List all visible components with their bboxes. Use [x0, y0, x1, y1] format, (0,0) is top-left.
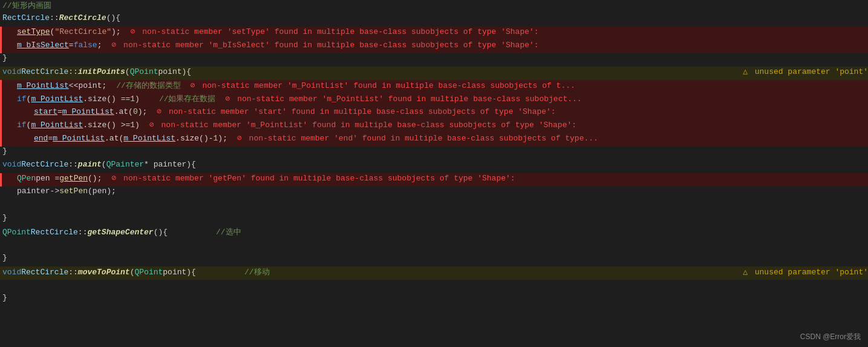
code-line-4: m_bIsSelect = false; ⊘ non-static member…: [0, 40, 868, 53]
function-name-movetopoint: moveToPoint: [78, 268, 130, 277]
error-icon: ⊘: [191, 81, 195, 90]
error-text: non-static member 'end' found in multipl…: [249, 134, 598, 143]
code-line-17: }: [0, 213, 868, 226]
error-text: non-static member 'setType' found in mul…: [142, 27, 538, 36]
error-text: non-static member 'm_PointList' found in…: [162, 121, 577, 130]
code-line-15: painter->setPen(pen);: [0, 187, 868, 200]
code-line-3: setType("RectCircle"); ⊘ non-static memb…: [0, 27, 868, 40]
code-line-5: }: [0, 53, 868, 67]
error-icon: ⊘: [157, 107, 162, 116]
warning-icon: △: [743, 268, 748, 277]
code-line-16: [0, 200, 868, 213]
error-text: non-static member 'm_PointList' found in…: [203, 81, 575, 90]
code-line-14: QPen pen = getPen(); ⊘ non-static member…: [0, 173, 868, 187]
error-text: non-static member 'm_bIsSelect' found in…: [123, 41, 539, 50]
warning-text: unused parameter 'point': [755, 67, 868, 76]
code-line-18: QPoint RectCircle::getShapeCenter(){ //选…: [0, 226, 868, 240]
code-line-21: void RectCircle::moveToPoint(QPoint poin…: [0, 266, 868, 280]
error-icon: ⊘: [149, 121, 154, 130]
comment-text: //矩形内画圆: [2, 0, 51, 11]
error-text: non-static member 'start' found in multi…: [169, 107, 556, 116]
class-name: RectCircle: [2, 13, 50, 22]
code-line-12: }: [0, 147, 868, 160]
function-name-getshapcenter: getShapeCenter: [87, 228, 153, 237]
error-icon: ⊘: [111, 174, 116, 183]
code-line-10: if(m_PointList.size() >= 1) ⊘ non-static…: [0, 120, 868, 133]
code-line-2: RectCircle::RectCircle(){: [0, 13, 868, 27]
code-line-7: m_PointList<<point; //存储的数据类型 ⊘ non-stat…: [0, 80, 868, 93]
code-line-11: end = m_PointList.at(m_PointList.size()-…: [0, 133, 868, 147]
code-line-23: }: [0, 293, 868, 306]
variable: m_bIsSelect: [17, 41, 69, 50]
code-line-8: if(m_PointList.size() == 1) //如果存在数据 ⊘ n…: [0, 93, 868, 107]
func-call: setType: [17, 27, 50, 36]
warning-text: unused parameter 'point': [755, 268, 868, 277]
warning-icon: △: [743, 67, 748, 76]
code-line-22: [0, 280, 868, 293]
error-icon: ⊘: [237, 134, 242, 143]
code-editor: //矩形内画圆 RectCircle::RectCircle(){ setTyp…: [0, 0, 868, 347]
function-name-paint: paint: [78, 160, 102, 169]
error-icon: ⊘: [111, 41, 116, 50]
error-text: non-static member 'getPen' found in mult…: [123, 174, 515, 183]
code-line-20: }: [0, 253, 868, 266]
code-line-19: [0, 240, 868, 253]
code-line-9: start = m_PointList.at(0); ⊘ non-static …: [0, 107, 868, 120]
code-line-1: //矩形内画圆: [0, 0, 868, 13]
error-text: non-static member 'm_PointList' found in…: [237, 94, 582, 104]
error-icon: ⊘: [226, 94, 230, 104]
watermark: CSDN @Error爱我: [800, 332, 861, 342]
code-line-13: void RectCircle::paint(QPainter * painte…: [0, 160, 868, 173]
function-name: RectCircle: [59, 13, 106, 22]
error-icon: ⊘: [131, 27, 135, 36]
code-line-6: void RectCircle::initPoints(QPoint point…: [0, 67, 868, 80]
function-name-initpoints: initPoints: [78, 67, 125, 76]
